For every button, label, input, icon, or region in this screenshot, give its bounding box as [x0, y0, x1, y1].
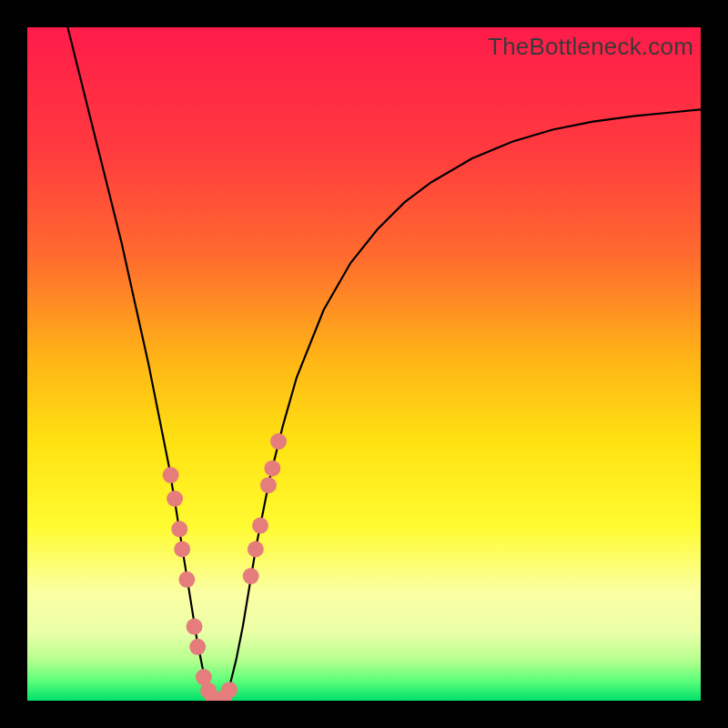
- chart-frame: TheBottleneck.com: [0, 0, 728, 728]
- marker-group: [163, 433, 287, 701]
- data-marker: [270, 433, 287, 450]
- data-marker: [174, 541, 190, 558]
- data-marker: [252, 518, 268, 534]
- data-marker: [264, 460, 280, 477]
- data-marker: [187, 619, 203, 635]
- data-marker: [167, 490, 183, 507]
- data-marker: [260, 477, 277, 493]
- plot-area: TheBottleneck.com: [27, 27, 701, 701]
- data-marker: [221, 682, 238, 698]
- data-marker: [178, 571, 195, 588]
- data-marker: [248, 541, 264, 558]
- data-marker: [163, 467, 179, 483]
- curve-layer: [27, 27, 701, 701]
- data-marker: [243, 568, 259, 584]
- data-marker: [171, 521, 187, 537]
- bottleneck-curve: [67, 27, 701, 701]
- data-marker: [189, 639, 206, 655]
